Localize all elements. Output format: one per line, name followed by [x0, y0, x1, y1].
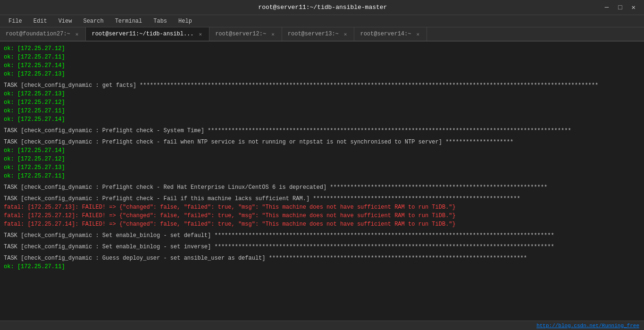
tab-close-button[interactable]: ✕ — [270, 31, 276, 38]
terminal-line: fatal: [172.25.27.12]: FAILED! => {"chan… — [4, 212, 640, 220]
menu-item-search[interactable]: Search — [78, 17, 108, 25]
terminal-line: ok: [172.25.27.13] — [4, 90, 640, 98]
terminal-line: fatal: [172.25.27.13]: FAILED! => {"chan… — [4, 203, 640, 212]
menu-item-help[interactable]: Help — [174, 17, 197, 25]
menu-item-view[interactable]: View — [54, 17, 77, 25]
menu-bar: FileEditViewSearchTerminalTabsHelp — [0, 15, 644, 27]
tab-label: root@server12:~ — [215, 31, 266, 37]
tab-tab1[interactable]: root@foundation27:~✕ — [0, 27, 86, 41]
tab-label: root@server13:~ — [288, 31, 339, 37]
terminal-line: TASK [check_config_dynamic : Set enable_… — [4, 243, 640, 251]
terminal-line: ok: [172.25.27.13] — [4, 70, 640, 78]
tab-close-button[interactable]: ✕ — [74, 31, 80, 38]
terminal-line: ok: [172.25.27.13] — [4, 163, 640, 172]
tab-label: root@server11:~/tidb-ansibl... — [92, 31, 193, 37]
menu-item-edit[interactable]: Edit — [29, 17, 52, 25]
terminal-line: TASK [check_config_dynamic : Preflight c… — [4, 127, 640, 135]
terminal-line: TASK [check_config_dynamic : Guess deplo… — [4, 254, 640, 262]
tab-close-button[interactable]: ✕ — [198, 31, 204, 38]
tab-tab3[interactable]: root@server12:~✕ — [209, 27, 282, 41]
terminal-line: ok: [172.25.27.14] — [4, 115, 640, 124]
status-link[interactable]: http://blog.csdn.net/Running_free — [536, 323, 639, 329]
terminal-line: ok: [172.25.27.12] — [4, 98, 640, 107]
terminal-line: TASK [check_config_dynamic : Preflight c… — [4, 138, 640, 146]
maximize-button[interactable]: □ — [615, 3, 625, 12]
terminal-line: TASK [check_config_dynamic : Preflight c… — [4, 183, 640, 192]
tab-label: root@server14:~ — [360, 31, 411, 37]
menu-item-terminal[interactable]: Terminal — [110, 17, 147, 25]
terminal-line: ok: [172.25.27.11] — [4, 172, 640, 180]
terminal-content[interactable]: ok: [172.25.27.12]ok: [172.25.27.11]ok: … — [0, 42, 644, 321]
menu-item-file[interactable]: File — [4, 17, 27, 25]
tab-close-button[interactable]: ✕ — [415, 31, 421, 38]
tab-label: root@foundation27:~ — [6, 31, 70, 37]
close-button[interactable]: ✕ — [629, 2, 638, 12]
tab-tab2[interactable]: root@server11:~/tidb-ansibl...✕ — [86, 27, 209, 42]
minimize-button[interactable]: ─ — [602, 3, 611, 12]
status-bar: http://blog.csdn.net/Running_free — [0, 321, 644, 330]
tab-close-button[interactable]: ✕ — [343, 31, 349, 38]
tab-tab5[interactable]: root@server14:~✕ — [354, 27, 427, 41]
terminal-line: ok: [172.25.27.14] — [4, 61, 640, 70]
terminal-line: TASK [check_config_dynamic : Preflight c… — [4, 195, 640, 203]
window-title: root@server11:~/tidb-ansible-master — [43, 4, 602, 11]
terminal-line: TASK [check_config_dynamic : get facts] … — [4, 81, 640, 90]
terminal-line: ok: [172.25.27.11] — [4, 53, 640, 61]
terminal-line: ok: [172.25.27.11] — [4, 107, 640, 115]
menu-item-tabs[interactable]: Tabs — [149, 17, 172, 25]
terminal-line: fatal: [172.25.27.14]: FAILED! => {"chan… — [4, 220, 640, 228]
terminal-line: ok: [172.25.27.12] — [4, 44, 640, 53]
terminal-line: ok: [172.25.27.11] — [4, 262, 640, 271]
tab-tab4[interactable]: root@server13:~✕ — [282, 27, 355, 41]
terminal-line: ok: [172.25.27.14] — [4, 146, 640, 155]
tab-bar: root@foundation27:~✕root@server11:~/tidb… — [0, 27, 644, 42]
terminal-line: ok: [172.25.27.12] — [4, 155, 640, 163]
title-bar: root@server11:~/tidb-ansible-master ─ □ … — [0, 0, 644, 15]
window-controls: ─ □ ✕ — [602, 2, 638, 12]
terminal-line: TASK [check_config_dynamic : Set enable_… — [4, 231, 640, 240]
